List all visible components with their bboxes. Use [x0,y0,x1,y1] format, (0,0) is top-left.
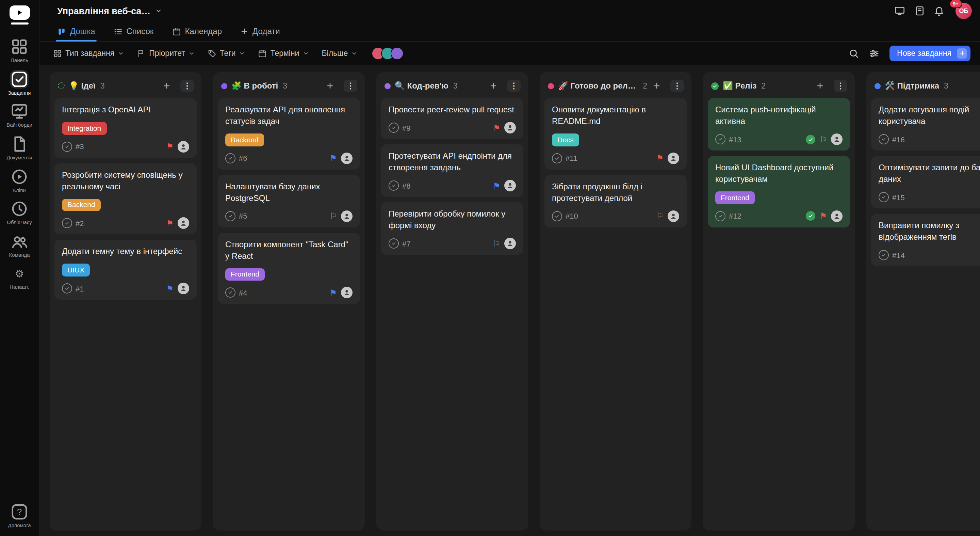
priority-flag-icon[interactable]: ⚑ [493,182,500,190]
column-menu-button[interactable]: ⋮ [507,80,520,92]
priority-flag-icon[interactable]: ⚑ [329,154,337,162]
priority-flag-icon[interactable]: ⚑ [819,212,827,220]
sidebar-item-documents[interactable]: Документи [2,135,37,161]
sidebar-item-label: Панель [11,58,28,64]
filter-tags[interactable]: Теги [208,49,245,57]
task-card[interactable]: Перевірити обробку помилок у формі входу… [381,202,523,255]
new-task-button[interactable]: Нове завдання [889,45,970,61]
task-card[interactable]: Оновити документацію в README.mdDocs#11⚑ [544,98,687,169]
gear-icon: ⚙ [10,265,29,283]
priority-flag-icon[interactable]: ⚑ [493,124,500,132]
assignee-avatars[interactable] [372,47,404,60]
sidebar-item-help[interactable]: ?Допомога [2,503,37,529]
task-card[interactable]: Оптимізувати запити до бази даних#15⚑ [871,156,980,208]
task-footer: #16⚑ [878,134,980,145]
task-card[interactable]: Система push-нотифікацій активна#13⚐ [708,98,850,150]
assignee-avatar[interactable] [668,152,679,164]
task-card[interactable]: Додати логування подій користувача#16⚑ [871,98,980,150]
sidebar-item-time-tracking[interactable]: Облік часу [2,199,37,226]
priority-flag-icon[interactable]: ⚐ [819,135,827,144]
task-card[interactable]: Протестувати API ендпоінти для створення… [381,144,523,197]
sidebar-item-team[interactable]: Команда [2,232,37,258]
add-card-button[interactable] [651,80,662,91]
add-card-button[interactable] [325,80,336,91]
column-menu-button[interactable]: ⋮ [670,80,684,92]
assignee-avatar[interactable] [504,122,516,134]
task-title: Налаштувати базу даних PostgreSQL [225,181,353,204]
priority-flag-icon[interactable]: ⚑ [166,284,173,292]
assignee-avatar[interactable] [831,134,843,145]
workspace-title[interactable]: Управління веб-са… [57,6,162,16]
task-title: Виправити помилку з відображенням тегів [878,220,980,243]
task-card[interactable]: Розробити систему сповіщень у реальному … [54,163,197,234]
priority-flag-icon[interactable]: ⚐ [656,212,663,220]
task-title: Новий UI Dashboard доступний користувача… [715,162,843,185]
view-settings-icon[interactable] [869,48,879,58]
assignee-avatar[interactable] [178,140,189,152]
filter-more-label: Більше [321,49,348,57]
column-menu-button[interactable]: ⋮ [344,80,357,92]
notifications-bell-icon[interactable] [934,5,945,16]
filter-due-dates[interactable]: Терміни [258,49,309,57]
filter-priority[interactable]: Пріоритет [137,49,195,57]
column-cards: Реалізувати API для оновлення статусів з… [218,98,360,304]
tab-list[interactable]: Список [114,22,154,41]
task-card[interactable]: Зібрати продакшн білд і протестувати деп… [544,175,687,227]
assignee-avatar[interactable] [831,211,843,222]
assignee-avatar[interactable] [178,218,189,229]
assignee-avatar[interactable] [504,238,516,249]
notes-icon[interactable] [914,5,925,16]
priority-flag-icon[interactable]: ⚑ [166,219,173,228]
task-tag: Backend [62,199,101,211]
sidebar-bottom-nav: ?Допомога [2,497,37,529]
add-card-button[interactable] [488,80,499,91]
sidebar-item-panel[interactable]: Панель [2,37,37,64]
assignee-avatar[interactable] [341,287,353,299]
priority-flag-icon[interactable]: ⚑ [166,142,173,150]
add-card-button[interactable] [978,80,980,91]
chevron-down-icon [351,50,357,56]
priority-flag-icon[interactable]: ⚑ [656,154,663,162]
assignee-avatar[interactable] [668,211,679,222]
task-card[interactable]: Провести peer-review pull request#9⚑ [381,98,523,139]
task-card[interactable]: Налаштувати базу даних PostgreSQL#5⚐ [218,175,360,227]
task-card[interactable]: Виправити помилку з відображенням тегів#… [871,214,980,266]
sidebar-item-settings[interactable]: ⚙Налашт. [2,265,37,291]
priority-flag-icon [137,49,146,57]
priority-flag-icon[interactable]: ⚐ [329,212,337,220]
task-card[interactable]: Новий UI Dashboard доступний користувача… [708,156,850,227]
check-icon [881,195,886,199]
task-card[interactable]: Реалізувати API для оновлення статусів з… [218,98,360,169]
tab-board[interactable]: Дошка [57,22,95,41]
filter-more[interactable]: Більше [321,49,357,57]
sidebar-item-clips[interactable]: Кліпи [2,167,37,193]
task-card[interactable]: Інтеграція з OpenAI APIIntegration#3⚑ [54,98,197,158]
sidebar-item-whiteboards[interactable]: Вайтборди [2,102,37,129]
column-menu-button[interactable]: ⋮ [834,80,847,92]
search-icon[interactable] [849,48,859,58]
screen-share-icon[interactable] [894,5,905,16]
check-icon [808,214,813,219]
priority-flag-icon[interactable]: ⚐ [493,239,500,247]
assignee-avatar[interactable] [178,282,189,294]
chevron-down-icon [189,50,195,56]
assignee-avatar[interactable] [341,211,353,222]
filter-task-type[interactable]: Тип завдання [53,49,124,57]
tab-calendar[interactable]: Календар [172,22,222,41]
sidebar-item-tasks[interactable]: Завдання [2,70,37,96]
tab-add-label: Додати [253,27,280,36]
task-card[interactable]: Створити компонент "Task Card" у ReactFr… [218,233,360,304]
assignee-avatar[interactable] [504,180,516,191]
task-card[interactable]: Додати темну тему в інтерфейсUIUX#1⚑ [54,240,197,300]
add-card-button[interactable] [815,80,826,91]
assignee-avatar[interactable] [341,152,353,164]
priority-flag-icon[interactable]: ⚑ [329,289,337,297]
tab-add-view[interactable]: Додати [240,22,280,41]
user-avatar[interactable]: 9+ ОБ [956,3,972,19]
column-menu-button[interactable]: ⋮ [180,80,194,92]
add-card-button[interactable] [161,80,172,91]
workspace-title-text: Управління веб-са… [57,6,150,16]
task-tag: Docs [552,134,579,146]
tab-list-label: Список [127,27,154,36]
app-logo[interactable] [9,5,30,24]
